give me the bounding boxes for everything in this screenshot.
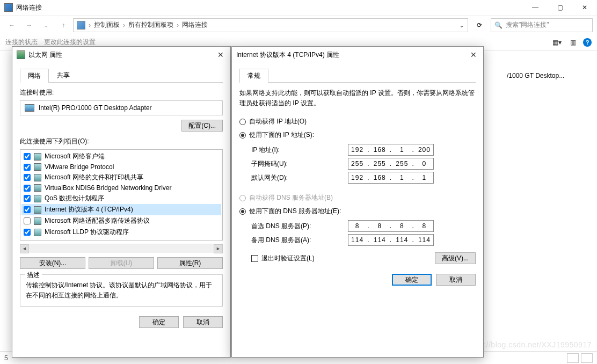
- app-icon: [4, 3, 13, 12]
- tab-network[interactable]: 网络: [20, 69, 49, 83]
- list-item[interactable]: Internet 协议版本 4 (TCP/IPv4): [21, 204, 221, 215]
- details-view-button[interactable]: [567, 353, 579, 363]
- install-button[interactable]: 安装(N)...: [20, 257, 85, 269]
- dialog-footer: 确定 取消: [232, 270, 483, 293]
- search-box[interactable]: 🔍 搜索"网络连接": [491, 18, 593, 32]
- list-item[interactable]: VirtualBox NDIS6 Bridged Networking Driv…: [21, 183, 221, 193]
- address-dropdown-icon[interactable]: ⌄: [459, 21, 464, 29]
- ip-address-input[interactable]: 192.168.1.200: [348, 144, 434, 156]
- gateway-input[interactable]: 192.168.1.1: [348, 172, 434, 184]
- breadcrumb-part[interactable]: 网络连接: [182, 20, 208, 30]
- scroll-left-icon[interactable]: ◄: [20, 244, 29, 253]
- scroll-right-icon[interactable]: ►: [214, 244, 223, 253]
- list-item[interactable]: QoS 数据包计划程序: [21, 193, 221, 204]
- item-checkbox[interactable]: [24, 164, 31, 171]
- tab-general[interactable]: 常规: [239, 69, 268, 83]
- manual-ip-radio[interactable]: 使用下面的 IP 地址(S):: [239, 130, 476, 140]
- tab-sharing[interactable]: 共享: [49, 68, 78, 82]
- dialog-body: 网络 共享 连接时使用: Intel(R) PRO/1000 GT Deskto…: [12, 63, 230, 312]
- preferred-dns-row: 首选 DNS 服务器(P): 8.8.8.8: [251, 220, 476, 232]
- view-dropdown-icon[interactable]: ▦▾: [551, 37, 563, 48]
- preview-pane-icon[interactable]: ▥: [567, 37, 579, 48]
- protocol-icon: [34, 174, 41, 181]
- item-label: Microsoft 网络的文件和打印机共享: [45, 173, 143, 182]
- item-checkbox[interactable]: [24, 185, 31, 192]
- maximize-button[interactable]: ▢: [548, 0, 572, 15]
- help-icon[interactable]: ?: [583, 38, 592, 47]
- recent-dropdown[interactable]: ⌄: [39, 18, 54, 33]
- radio-on-icon: [239, 208, 246, 215]
- item-count: 5: [4, 354, 8, 362]
- items-listbox[interactable]: Microsoft 网络客户端VMware Bridge ProtocolMic…: [20, 149, 223, 241]
- device-tile[interactable]: /1000 GT Desktop...: [505, 70, 597, 82]
- dialog-title: Internet 协议版本 4 (TCP/IPv4) 属性: [236, 50, 339, 60]
- list-item[interactable]: Microsoft 网络适配器多路传送器协议: [21, 215, 221, 227]
- dialog-close-button[interactable]: ✕: [215, 50, 226, 59]
- preferred-dns-input[interactable]: 8.8.8.8: [348, 220, 434, 232]
- breadcrumb-part[interactable]: 所有控制面板项: [128, 20, 173, 30]
- up-button[interactable]: ↑: [56, 18, 71, 33]
- breadcrumb-part[interactable]: 控制面板: [94, 20, 120, 30]
- toolbar-item[interactable]: 连接的状态: [5, 38, 38, 47]
- list-item[interactable]: Microsoft LLDP 协议驱动程序: [21, 227, 221, 238]
- description-group: 描述 传输控制协议/Internet 协议。该协议是默认的广域网络协议，用于在不…: [20, 274, 223, 307]
- dialog-close-button[interactable]: ✕: [468, 50, 479, 59]
- protocol-icon: [34, 217, 41, 225]
- auto-dns-radio: 自动获得 DNS 服务器地址(B): [239, 193, 476, 202]
- ethernet-properties-dialog: 以太网 属性 ✕ 网络 共享 连接时使用: Intel(R) PRO/1000 …: [12, 46, 231, 358]
- tiles-view-button[interactable]: [581, 353, 593, 363]
- nav-row: ← → ⌄ ↑ › 控制面板 › 所有控制面板项 › 网络连接 ⌄ ⟳ 🔍 搜索…: [0, 15, 597, 34]
- protocol-icon: [34, 184, 41, 192]
- list-item[interactable]: Microsoft 网络客户端: [21, 151, 221, 162]
- ok-button[interactable]: 确定: [392, 274, 432, 286]
- ipv4-properties-dialog: Internet 协议版本 4 (TCP/IPv4) 属性 ✕ 常规 如果网络支…: [231, 46, 484, 358]
- gateway-row: 默认网关(D): 192.168.1.1: [251, 172, 476, 184]
- ip-address-row: IP 地址(I): 192.168.1.200: [251, 144, 476, 156]
- item-checkbox[interactable]: [24, 217, 31, 224]
- tabs: 常规: [239, 68, 476, 83]
- ok-button[interactable]: 确定: [139, 316, 179, 328]
- cancel-button[interactable]: 取消: [183, 316, 223, 328]
- address-bar[interactable]: › 控制面板 › 所有控制面板项 › 网络连接 ⌄: [73, 18, 468, 32]
- manual-dns-radio[interactable]: 使用下面的 DNS 服务器地址(E):: [239, 207, 476, 216]
- alternate-dns-row: 备用 DNS 服务器(A): 114.114.114.114: [251, 234, 476, 246]
- subnet-mask-input[interactable]: 255.255.255.0: [348, 158, 434, 170]
- description-text: 传输控制协议/Internet 协议。该协议是默认的广域网络协议，用于在不同的相…: [26, 280, 217, 301]
- cancel-button[interactable]: 取消: [436, 274, 476, 286]
- item-checkbox[interactable]: [24, 206, 31, 213]
- description-legend: 描述: [25, 271, 42, 280]
- horizontal-scrollbar[interactable]: ◄ ►: [20, 244, 223, 253]
- device-label: /1000 GT Desktop...: [507, 72, 564, 79]
- dialog-title-bar: Internet 协议版本 4 (TCP/IPv4) 属性 ✕: [232, 47, 483, 63]
- properties-button[interactable]: 属性(R): [157, 257, 223, 269]
- protocol-icon: [34, 206, 41, 214]
- item-checkbox[interactable]: [24, 195, 31, 202]
- uninstall-button[interactable]: 卸载(U): [89, 257, 154, 269]
- back-button[interactable]: ←: [4, 18, 19, 33]
- window-controls: — ▢ ✕: [523, 0, 597, 15]
- alternate-dns-input[interactable]: 114.114.114.114: [348, 234, 434, 246]
- subnet-mask-row: 子网掩码(U): 255.255.255.0: [251, 158, 476, 170]
- item-checkbox[interactable]: [24, 153, 31, 160]
- refresh-button[interactable]: ⟳: [472, 18, 486, 32]
- toolbar-item[interactable]: 更改此连接的设置: [44, 38, 96, 47]
- list-item[interactable]: Microsoft 网络的文件和打印机共享: [21, 172, 221, 183]
- item-checkbox[interactable]: [24, 229, 31, 236]
- minimize-button[interactable]: —: [523, 0, 548, 15]
- configure-button[interactable]: 配置(C)...: [181, 120, 223, 132]
- ip-label: IP 地址(I):: [251, 145, 348, 155]
- dns2-label: 备用 DNS 服务器(A):: [251, 236, 348, 245]
- close-button[interactable]: ✕: [572, 0, 597, 15]
- search-placeholder: 搜索"网络连接": [506, 20, 549, 30]
- radio-disabled-icon: [239, 195, 246, 201]
- tabs: 网络 共享: [20, 68, 223, 83]
- auto-ip-radio[interactable]: 自动获得 IP 地址(O): [239, 117, 476, 126]
- validate-checkbox[interactable]: 退出时验证设置(L): [251, 254, 315, 263]
- ethernet-icon: [17, 50, 25, 59]
- advanced-button[interactable]: 高级(V)...: [435, 252, 476, 264]
- forward-button[interactable]: →: [21, 18, 37, 33]
- protocol-icon: [34, 163, 41, 171]
- checkbox-icon: [251, 255, 258, 262]
- list-item[interactable]: VMware Bridge Protocol: [21, 162, 221, 172]
- item-checkbox[interactable]: [24, 174, 31, 181]
